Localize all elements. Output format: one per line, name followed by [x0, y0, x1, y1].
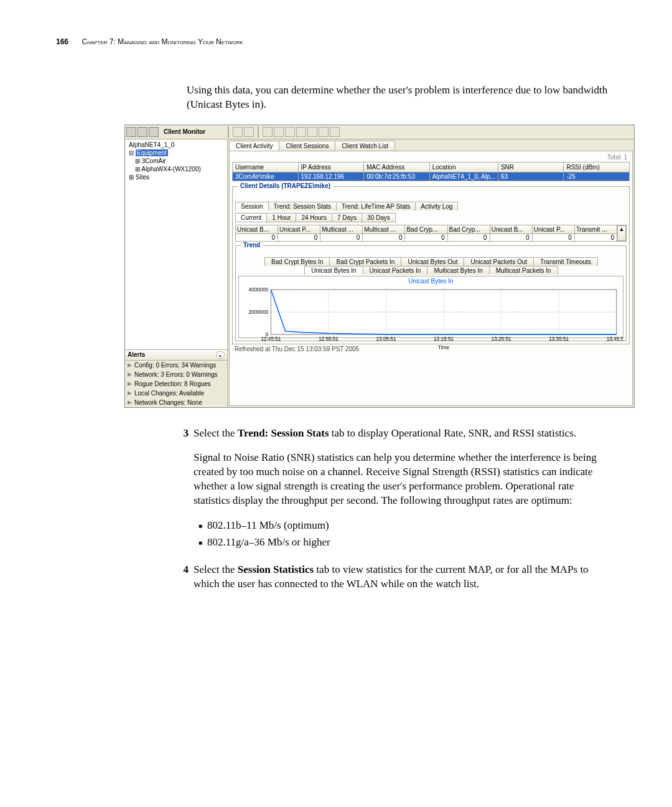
tab-multicast-packets-in[interactable]: Multicast Packets In	[489, 266, 558, 275]
alert-rogue[interactable]: ▶Rogue Detection: 8 Rogues	[125, 379, 227, 389]
step-3: 3 Select the Trend: Session Stats tab to…	[177, 427, 610, 441]
tab-bad-crypt-packets-in[interactable]: Bad Crypt Packets In	[329, 257, 401, 266]
tab-session[interactable]: Session	[235, 202, 269, 210]
window-title: Client Monitor	[164, 128, 205, 135]
tab-client-activity[interactable]: Client Activity	[229, 141, 279, 151]
range-current[interactable]: Current	[235, 213, 267, 222]
filter-icon[interactable]	[285, 127, 295, 137]
col-mac[interactable]: MAC Address	[364, 163, 429, 172]
svg-text:13:35:51: 13:35:51	[549, 336, 569, 342]
tab-unicast-bytes-out[interactable]: Unicast Bytes Out	[401, 257, 464, 266]
range-24hours[interactable]: 24 Hours	[296, 213, 332, 222]
zoom-icon[interactable]	[319, 127, 329, 137]
toolbar-separator-2	[258, 126, 259, 138]
svg-text:13:25:51: 13:25:51	[492, 336, 511, 342]
step-4-number: 4	[177, 563, 189, 592]
refresh-icon[interactable]	[233, 127, 243, 137]
tab-multicast-bytes-in[interactable]: Multicast Bytes In	[427, 266, 489, 275]
step-4: 4 Select the Session Statistics tab to v…	[177, 563, 610, 592]
left-panel: AlphaNET4_1_0 ⊟ Equipment ⊞ 3ComAir ⊞ Al…	[125, 139, 228, 407]
bullet-list: ■802.11b–11 Mb/s (optimum) ■802.11g/a–36…	[194, 517, 610, 550]
toggle-icon[interactable]	[296, 127, 306, 137]
page-number: 166	[56, 37, 68, 46]
step-3-number: 3	[177, 427, 189, 441]
trend-chart: Unicast Bytes In 02000000400000012:45:51…	[238, 276, 623, 338]
grid-icon[interactable]	[307, 127, 317, 137]
tree-root[interactable]: AlphaNET4_1_0	[126, 141, 226, 149]
alert-netchanges[interactable]: ▶Network Changes: None	[125, 398, 227, 407]
page-header: 166 Chapter 7: Managing and Monitoring Y…	[56, 37, 616, 46]
toolbar: Client Monitor	[125, 125, 634, 139]
svg-text:4000000: 4000000	[248, 287, 268, 293]
range-buttons: Current 1 Hour 24 Hours 7 Days 30 Days	[235, 213, 627, 222]
detail-tabs: Session Trend: Session Stats Trend: Life…	[235, 202, 627, 210]
col-rssi[interactable]: RSSI (dBm)	[564, 163, 629, 172]
tree-3comair[interactable]: ⊞ 3ComAir	[126, 157, 226, 165]
alert-local[interactable]: ▶Local Changes: Available	[125, 389, 227, 398]
range-7days[interactable]: 7 Days	[332, 213, 362, 222]
tab-trend-lifetime[interactable]: Trend: LifeTime AP Stats	[336, 202, 416, 210]
chapter-label: Chapter 7: Managing and Monitoring Your …	[82, 37, 243, 46]
client-details-group: Client Details (TRAPEZE\mike) Session Tr…	[232, 186, 630, 344]
trend-title: Trend	[241, 242, 263, 248]
svg-text:2000000: 2000000	[248, 309, 268, 315]
client-details-title: Client Details (TRAPEZE\mike)	[238, 182, 333, 189]
alerts-panel: Alerts ⌄ ▶Config: 0 Errors; 34 Warnings …	[125, 349, 227, 407]
alerts-header[interactable]: Alerts ⌄	[125, 350, 227, 361]
chart-title: Unicast Bytes In	[239, 276, 623, 285]
tab-activity-log[interactable]: Activity Log	[415, 202, 458, 210]
trend-group: Trend Bad Crypt Bytes In Bad Crypt Packe…	[235, 245, 627, 341]
tab-bad-crypt-bytes-in[interactable]: Bad Crypt Bytes In	[264, 257, 330, 266]
stat-grid[interactable]: Unicast B...0 Unicast P...0 Multicast ..…	[235, 225, 627, 242]
help-icon[interactable]	[149, 127, 159, 137]
main-pane: Total: 1 Username3ComAir\mike IP Address…	[229, 151, 633, 406]
chevron-down-icon[interactable]: ⌄	[216, 351, 225, 359]
bullet-2: ■802.11g/a–36 Mb/s or higher	[194, 534, 610, 550]
col-username[interactable]: Username	[233, 163, 298, 172]
tree-alphawx4[interactable]: ⊞ AlphaWX4-(WX1200)	[126, 165, 226, 173]
right-panel: Client Activity Client Sessions Client W…	[228, 139, 634, 407]
chart-svg: 02000000400000012:45:5112:55:5113:05:511…	[239, 286, 623, 351]
tab-unicast-packets-in[interactable]: Unicast Packets In	[363, 266, 428, 275]
tree-sites[interactable]: ⊞ Sites	[126, 173, 226, 181]
client-grid[interactable]: Username3ComAir\mike IP Address192.168.1…	[232, 162, 630, 181]
tab-client-watch-list[interactable]: Client Watch List	[335, 141, 395, 151]
svg-text:13:15:51: 13:15:51	[434, 336, 454, 342]
total-count: Total: 1	[232, 154, 630, 162]
scroll-up-icon[interactable]: ▲	[617, 225, 626, 241]
alert-config[interactable]: ▶Config: 0 Errors; 34 Warnings	[125, 361, 227, 370]
col-location[interactable]: Location	[430, 163, 498, 172]
column-icon[interactable]	[274, 127, 284, 137]
view-icon-1[interactable]	[126, 127, 136, 137]
range-30days[interactable]: 30 Days	[362, 213, 396, 222]
col-snr[interactable]: SNR	[498, 163, 564, 172]
screenshot: Client Monitor AlphaNET4_1_0 ⊟ Equipment…	[124, 125, 635, 408]
bullet-1: ■802.11b–11 Mb/s (optimum)	[194, 517, 610, 534]
view-icon-2[interactable]	[138, 127, 147, 137]
tree-equipment[interactable]: ⊟ Equipment	[126, 149, 226, 157]
col-ip[interactable]: IP Address	[299, 163, 364, 172]
tab-transmit-timeouts[interactable]: Transmit Timeouts	[533, 257, 598, 266]
intro-paragraph: Using this data, you can determine wheth…	[187, 83, 610, 112]
svg-text:12:45:51: 12:45:51	[261, 336, 281, 342]
network-tree[interactable]: AlphaNET4_1_0 ⊟ Equipment ⊞ 3ComAir ⊞ Al…	[125, 139, 227, 182]
step-4-text: Select the Session Statistics tab to vie…	[194, 563, 610, 592]
svg-text:13:45:51: 13:45:51	[607, 336, 623, 342]
export-icon[interactable]	[330, 127, 340, 137]
tab-unicast-packets-out[interactable]: Unicast Packets Out	[464, 257, 534, 266]
snr-paragraph: Signal to Noise Ratio (SNR) statistics c…	[194, 451, 610, 508]
alerts-title: Alerts	[128, 351, 145, 359]
find-icon[interactable]	[263, 127, 273, 137]
step-3-text: Select the Trend: Session Stats tab to d…	[194, 427, 610, 441]
svg-text:13:05:51: 13:05:51	[376, 336, 396, 342]
tab-unicast-bytes-in[interactable]: Unicast Bytes In	[304, 266, 363, 275]
svg-text:Time: Time	[438, 345, 449, 351]
tab-trend-session[interactable]: Trend: Session Stats	[268, 202, 337, 210]
tab-client-sessions[interactable]: Client Sessions	[279, 141, 335, 151]
range-1hour[interactable]: 1 Hour	[266, 213, 296, 222]
alert-network[interactable]: ▶Network: 3 Errors; 0 Warnings	[125, 370, 227, 379]
toolbar-separator	[228, 126, 229, 138]
main-tabs: Client Activity Client Sessions Client W…	[229, 141, 633, 151]
auto-refresh-icon[interactable]	[244, 127, 254, 137]
svg-text:12:55:51: 12:55:51	[319, 336, 338, 342]
